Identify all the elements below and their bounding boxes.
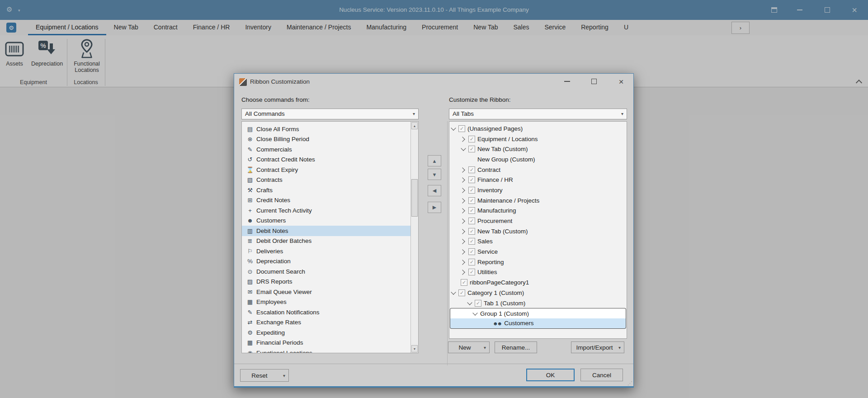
command-item-deliveries[interactable]: ⚐Deliveries bbox=[242, 246, 410, 256]
chevron-right-icon[interactable] bbox=[461, 250, 465, 254]
chevron-down-icon[interactable] bbox=[451, 127, 455, 131]
tree-node-procurement[interactable]: ✓Procurement bbox=[449, 216, 627, 226]
commands-source-dropdown[interactable]: All Commands ▾ bbox=[241, 109, 419, 119]
command-item-debit-order-batches[interactable]: ≣Debit Order Batches bbox=[242, 236, 410, 246]
checkbox-checked[interactable]: ✓ bbox=[458, 125, 465, 132]
chevron-right-icon[interactable] bbox=[461, 219, 465, 223]
command-item-escalation-notifications[interactable]: ✎Escalation Notifications bbox=[242, 307, 410, 317]
tree-node-reporting[interactable]: ✓Reporting bbox=[449, 257, 627, 267]
tree-node-category-1-custom[interactable]: ✓Category 1 (Custom) bbox=[449, 288, 627, 298]
ribbon-scope-dropdown[interactable]: All Tabs ▾ bbox=[449, 109, 627, 119]
command-item-drs-reports[interactable]: ▨DRS Reports bbox=[242, 277, 410, 287]
tree-node-maintenance-projects[interactable]: ✓Maintenance / Projects bbox=[449, 195, 627, 206]
command-item-commercials[interactable]: ✎Commercials bbox=[242, 144, 410, 155]
checkbox-checked[interactable]: ✓ bbox=[468, 259, 475, 265]
command-item-exchange-rates[interactable]: ⇄Exchange Rates bbox=[242, 317, 410, 328]
dialog-close-button[interactable]: × bbox=[615, 74, 627, 89]
reset-button[interactable]: Reset ▾ bbox=[240, 369, 289, 382]
command-item-current-tech-activity[interactable]: +Current Tech Activity bbox=[242, 205, 410, 216]
command-item-customers[interactable]: ☻Customers bbox=[242, 216, 410, 226]
tree-node-sales[interactable]: ✓Sales bbox=[449, 237, 627, 247]
checkbox-checked[interactable]: ✓ bbox=[468, 166, 475, 173]
tree-node-new-tab-custom[interactable]: ✓New Tab (Custom) bbox=[449, 226, 627, 237]
checkbox-checked[interactable]: ✓ bbox=[468, 228, 475, 235]
checkbox-checked[interactable]: ✓ bbox=[461, 279, 467, 286]
chevron-right-icon[interactable] bbox=[461, 208, 465, 213]
command-item-contracts[interactable]: ▧Contracts bbox=[242, 175, 410, 185]
command-item-depreciation[interactable]: %Depreciation bbox=[242, 256, 410, 267]
checkbox-checked[interactable]: ✓ bbox=[468, 146, 475, 152]
chevron-right-icon[interactable] bbox=[461, 199, 465, 203]
tree-node-ribbonpagecategory1[interactable]: ✓ribbonPageCategory1 bbox=[449, 277, 627, 288]
command-item-document-search[interactable]: ⊙Document Search bbox=[242, 266, 410, 277]
dialog-titlebar[interactable]: Ribbon Customization × bbox=[234, 74, 633, 90]
tree-node-inventory[interactable]: ✓Inventory bbox=[449, 185, 627, 195]
ok-button[interactable]: OK bbox=[526, 369, 575, 381]
chevron-down-icon[interactable] bbox=[451, 291, 455, 295]
chevron-down-icon[interactable]: ▾ bbox=[618, 345, 621, 350]
dialog-maximize-button[interactable] bbox=[588, 74, 600, 89]
chevron-right-icon[interactable] bbox=[461, 229, 465, 233]
tree-node-group-1-custom[interactable]: Group 1 (Custom) bbox=[450, 308, 626, 318]
import-export-button[interactable]: Import/Export ▾ bbox=[571, 341, 624, 353]
checkbox-checked[interactable]: ✓ bbox=[468, 187, 475, 194]
checkbox-checked[interactable]: ✓ bbox=[468, 176, 475, 183]
command-item-email-queue-viewer[interactable]: ✉Email Queue Viewer bbox=[242, 287, 410, 297]
command-item-close-all-forms[interactable]: ▤Close All Forms bbox=[242, 124, 410, 134]
rename-button[interactable]: Rename... bbox=[495, 341, 537, 353]
tree-node-utilities[interactable]: ✓Utilities bbox=[449, 267, 627, 278]
chevron-down-icon[interactable]: ▾ bbox=[283, 373, 285, 378]
command-item-employees[interactable]: ▦Employees bbox=[242, 297, 410, 308]
remove-command-button[interactable]: ◀ bbox=[428, 185, 441, 196]
chevron-down-icon[interactable] bbox=[473, 312, 477, 316]
chevron-down-icon[interactable] bbox=[461, 147, 465, 151]
checkbox-checked[interactable]: ✓ bbox=[468, 218, 475, 224]
command-item-crafts[interactable]: ⚒Crafts bbox=[242, 185, 410, 195]
chevron-right-icon[interactable] bbox=[461, 178, 465, 182]
tree-node-service[interactable]: ✓Service bbox=[449, 246, 627, 257]
chevron-right-icon[interactable] bbox=[461, 239, 465, 243]
chevron-down-icon[interactable]: ▾ bbox=[484, 345, 486, 350]
checkbox-checked[interactable]: ✓ bbox=[468, 269, 475, 275]
checkbox-checked[interactable]: ✓ bbox=[468, 248, 475, 255]
tree-node-new-tab-custom[interactable]: ✓New Tab (Custom) bbox=[449, 144, 627, 154]
scroll-down-button[interactable]: ▼ bbox=[411, 345, 418, 352]
dialog-minimize-button[interactable] bbox=[561, 74, 573, 89]
command-item-close-billing-period[interactable]: ⊗Close Billing Period bbox=[242, 134, 410, 145]
chevron-down-icon[interactable] bbox=[467, 301, 472, 305]
checkbox-checked[interactable]: ✓ bbox=[475, 300, 481, 307]
command-item-contract-credit-notes[interactable]: ↺Contract Credit Notes bbox=[242, 155, 410, 165]
command-item-expediting[interactable]: ⚙Expediting bbox=[242, 327, 410, 338]
chevron-right-icon[interactable] bbox=[461, 188, 465, 192]
tree-node-equipment-locations[interactable]: ✓Equipment / Locations bbox=[449, 134, 627, 144]
tree-node-new-group-custom[interactable]: New Group (Custom) bbox=[449, 154, 627, 165]
checkbox-checked[interactable]: ✓ bbox=[468, 207, 475, 214]
new-button[interactable]: New ▾ bbox=[448, 341, 490, 353]
add-command-button[interactable]: ▶ bbox=[428, 202, 441, 213]
checkbox-checked[interactable]: ✓ bbox=[468, 238, 475, 245]
scrollbar-thumb[interactable] bbox=[411, 179, 418, 217]
chevron-right-icon[interactable] bbox=[461, 260, 465, 264]
command-item-functional-locations[interactable]: ◉Functional Locations bbox=[242, 348, 410, 353]
tree-node-tab-1-custom[interactable]: ✓Tab 1 (Custom) bbox=[449, 298, 627, 308]
tree-node-unassigned-pages[interactable]: ✓(Unassigned Pages) bbox=[449, 123, 627, 134]
chevron-right-icon[interactable] bbox=[461, 137, 465, 141]
command-item-credit-notes[interactable]: ⊞Credit Notes bbox=[242, 195, 410, 206]
chevron-right-icon[interactable] bbox=[461, 270, 465, 274]
checkbox-checked[interactable]: ✓ bbox=[468, 197, 475, 204]
resize-grip[interactable]: ⋰ bbox=[627, 380, 632, 386]
command-item-debit-notes[interactable]: ▥Debit Notes bbox=[242, 226, 410, 236]
checkbox-checked[interactable]: ✓ bbox=[468, 136, 475, 142]
tree-node-finance-hr[interactable]: ✓Finance / HR bbox=[449, 175, 627, 185]
command-item-financial-periods[interactable]: ▦Financial Periods bbox=[242, 338, 410, 348]
tree-node-customers[interactable]: ☻☻Customers bbox=[450, 318, 626, 329]
command-item-contract-expiry[interactable]: ⌛Contract Expiry bbox=[242, 165, 410, 175]
commands-scrollbar[interactable]: ▲ ▼ bbox=[410, 122, 418, 353]
scroll-up-button[interactable]: ▲ bbox=[411, 122, 418, 129]
tree-node-manufacturing[interactable]: ✓Manufacturing bbox=[449, 206, 627, 216]
checkbox-checked[interactable]: ✓ bbox=[458, 289, 465, 296]
cancel-button[interactable]: Cancel bbox=[580, 369, 623, 381]
move-down-button[interactable]: ▼ bbox=[428, 169, 441, 180]
chevron-right-icon[interactable] bbox=[461, 168, 465, 172]
move-up-button[interactable]: ▲ bbox=[428, 155, 441, 166]
